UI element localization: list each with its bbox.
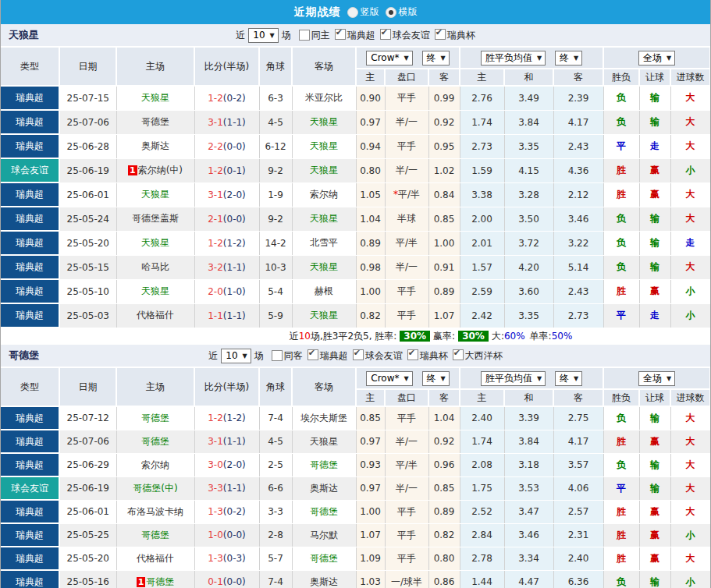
home-team-name[interactable]: 哈马比 (141, 261, 169, 272)
recent-count-select[interactable]: 10 (221, 349, 251, 363)
home-team-name[interactable]: 索尔纳 (141, 459, 169, 470)
avg-odds-select[interactable]: 胜平负均值 (481, 51, 546, 66)
away-team-name[interactable]: 米亚尔比 (305, 92, 343, 103)
away-team-name[interactable]: 北雪平 (310, 237, 338, 248)
home-team-name[interactable]: 布洛马波卡纳 (127, 506, 183, 517)
away-team-name[interactable]: 天狼星 (310, 213, 338, 224)
recent-count-select[interactable]: 10 (248, 28, 278, 43)
home-team-name[interactable]: 天狼星 (141, 189, 169, 200)
handicap-result-cell: 赢 (639, 158, 670, 182)
match-row: 瑞典超25-05-10天狼星2-0(1-0)5-4赫根1.00平手0.892.5… (1, 279, 710, 303)
avg-odds-value: 3.50 (518, 214, 539, 225)
rank-badge: 1 (137, 577, 146, 587)
avg-away-cell: 3.57 (553, 453, 603, 476)
away-team-name[interactable]: 索尔纳 (310, 189, 338, 200)
home-team-name[interactable]: 代格福什 (137, 310, 174, 321)
score-cell: 3-3(1-1) (194, 476, 259, 500)
corner-score: 6-6 (268, 483, 283, 494)
league-label: 瑞典超 (16, 213, 44, 224)
avg-away-cell: 2.75 (553, 406, 603, 430)
away-team-name[interactable]: 马尔默 (310, 530, 338, 540)
handicap-cell: 平手 (385, 500, 428, 523)
away-team-name[interactable]: 埃尔夫斯堡 (300, 413, 347, 423)
layout-vertical-radio[interactable] (347, 7, 358, 18)
home-team-name[interactable]: 哥德堡 (141, 116, 169, 127)
home-team-name[interactable]: 哥德堡 (141, 530, 169, 540)
away-team-name[interactable]: 天狼星 (310, 436, 338, 447)
result-cell: 胜 (603, 500, 639, 523)
layout-horizontal-radio[interactable] (386, 7, 396, 18)
away-team-name[interactable]: 赫根 (315, 285, 333, 296)
away-team-name[interactable]: 哥德堡 (310, 553, 338, 564)
competition-filter: 瑞典杯 (406, 350, 448, 361)
final-odds-select[interactable]: 终 (422, 371, 450, 386)
away-team-name[interactable]: 天狼星 (310, 165, 338, 175)
scope-value: 全场 (643, 52, 662, 63)
fulltime-score: 1-2 (208, 93, 223, 104)
goals-result-value: 大 (686, 459, 695, 470)
away-team-name[interactable]: 天狼星 (310, 261, 338, 272)
home-team-cell: 天狼星 (116, 182, 194, 207)
competition-checkbox[interactable] (453, 349, 464, 360)
away-team-name[interactable]: 天狼星 (310, 140, 338, 151)
competition-filters: 瑞典超球会友谊瑞典杯大西洋杯 (303, 349, 503, 363)
avg-odds-select[interactable]: 胜平负均值 (481, 371, 546, 386)
home-team-name[interactable]: 天狼星 (141, 285, 169, 296)
competition-checkbox[interactable] (380, 29, 391, 40)
home-team-name[interactable]: 哥德堡 (146, 576, 174, 587)
crown-home-odds-cell: 1.07 (356, 523, 385, 547)
home-team-name[interactable]: 哥德堡 (141, 436, 169, 447)
final-avg-select[interactable]: 终 (555, 371, 582, 386)
odds-company-select[interactable]: Crow* (366, 371, 412, 386)
handicap-cell: 平手 (385, 86, 428, 110)
league-label: 瑞典超 (16, 261, 44, 272)
home-team-name[interactable]: 哥德堡 (141, 413, 169, 423)
score-cell: 1-2(1-2) (194, 406, 259, 430)
home-team-name[interactable]: 奥斯达 (141, 140, 169, 151)
score-cell: 0-1(0-0) (194, 570, 259, 588)
competition-checkbox[interactable] (308, 349, 318, 360)
handicap-cell: 平手 (385, 279, 428, 303)
scope-select[interactable]: 全场 (638, 51, 675, 66)
away-team-name[interactable]: 奥斯达 (310, 483, 338, 494)
crown-home-odds-cell: 0.97 (356, 110, 385, 134)
competition-checkbox[interactable] (407, 349, 418, 360)
home-team-name[interactable]: 索尔纳(中) (138, 165, 183, 175)
home-team-name[interactable]: 天狼星 (141, 237, 169, 248)
competition-label: 瑞典杯 (420, 350, 448, 361)
same-venue-checkbox[interactable] (272, 350, 283, 361)
away-team-name[interactable]: 哥德堡 (310, 459, 338, 470)
competition-checkbox[interactable] (335, 29, 346, 40)
col-header-date: 日期 (59, 368, 116, 406)
scope-select[interactable]: 全场 (638, 371, 675, 386)
away-team-name[interactable]: 奥斯达 (310, 576, 338, 587)
result-value: 负 (617, 261, 626, 272)
odds-company-select[interactable]: Crow* (366, 51, 412, 66)
home-team-name[interactable]: 代格福什 (137, 553, 174, 564)
competition-checkbox[interactable] (353, 349, 364, 360)
goals-result-cell: 大 (670, 547, 710, 570)
competition-checkbox[interactable] (435, 29, 446, 40)
final-odds-select[interactable]: 终 (422, 51, 450, 66)
result-cell: 胜 (603, 182, 639, 207)
home-team-name[interactable]: 哥德堡盖斯 (132, 213, 179, 224)
score-cell: 1-3(0-3) (194, 547, 259, 570)
final-avg-select[interactable]: 终 (555, 51, 582, 66)
handicap-result-value: 赢 (650, 506, 659, 517)
handicap-cell: 半/一 (385, 158, 428, 182)
col-header-away: 客场 (292, 368, 356, 406)
odds-value: 1.03 (360, 576, 381, 587)
league-label: 球会友谊 (11, 165, 48, 175)
same-venue-checkbox[interactable] (299, 30, 310, 41)
avg-odds-value: 2.00 (471, 214, 492, 225)
match-date: 25-06-01 (67, 506, 109, 517)
away-team-name[interactable]: 哥德堡 (310, 506, 338, 517)
home-team-name[interactable]: 哥德堡(中) (133, 483, 177, 494)
home-team-name[interactable]: 天狼星 (141, 92, 169, 103)
league-type-cell: 球会友谊 (1, 158, 59, 182)
result-value: 胜 (617, 436, 626, 447)
match-row: 球会友谊25-06-191索尔纳(中)1-2(0-1)9-2天狼星0.80半/一… (1, 158, 710, 182)
away-team-name[interactable]: 天狼星 (310, 310, 338, 321)
match-date-cell: 25-07-06 (59, 430, 116, 453)
away-team-name[interactable]: 天狼星 (310, 116, 338, 127)
